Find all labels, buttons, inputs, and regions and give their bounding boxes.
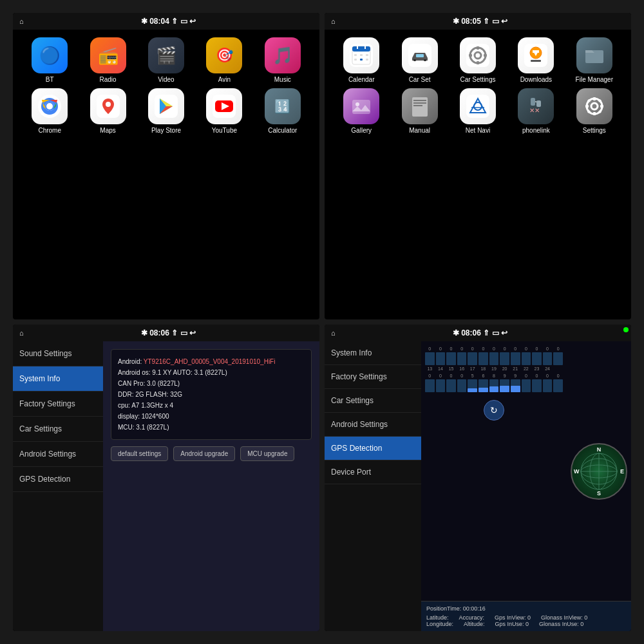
app-downloads[interactable]: Downloads bbox=[509, 37, 562, 83]
youtube-icon bbox=[206, 88, 242, 124]
home-icon-4: ⌂ bbox=[331, 329, 336, 337]
music-label: Music bbox=[274, 76, 291, 83]
sat-bar-11 bbox=[532, 352, 542, 365]
gallery-icon bbox=[343, 88, 379, 124]
screen-2-app-grid: ⌂ ✱ 08:05 ⇑ ▭ ↩ bbox=[325, 13, 631, 319]
app-playstore[interactable]: Play Store bbox=[140, 88, 193, 134]
sidebar-factory-settings[interactable]: Factory Settings bbox=[13, 392, 103, 417]
app-netnavi[interactable]: Net Navi bbox=[451, 88, 504, 134]
chrome-icon bbox=[32, 88, 68, 124]
netnavi-label: Net Navi bbox=[466, 127, 490, 134]
svg-point-39 bbox=[355, 102, 359, 106]
sat-bar-9 bbox=[511, 352, 520, 365]
sidebar-android-settings[interactable]: Android Settings bbox=[13, 442, 103, 467]
app-carset[interactable]: Car Set bbox=[393, 37, 446, 83]
android-upgrade-button[interactable]: Android upgrade bbox=[173, 446, 235, 461]
app-carsettings[interactable]: Car Settings bbox=[451, 37, 504, 83]
gps-sidebar-system-info[interactable]: System Info bbox=[325, 341, 421, 365]
display-value: display: 1024*600 bbox=[118, 411, 305, 422]
app-video[interactable]: 🎬 Video bbox=[140, 37, 193, 83]
svg-rect-29 bbox=[477, 61, 479, 64]
settings-buttons: default settings Android upgrade MCU upg… bbox=[111, 446, 312, 461]
sidebar-sound-settings[interactable]: Sound Settings bbox=[13, 341, 103, 366]
sat-bar-10 bbox=[522, 352, 531, 365]
avin-icon: 🎯 bbox=[206, 37, 242, 73]
app-calendar[interactable]: Calendar bbox=[335, 37, 388, 83]
app-bt[interactable]: 🔵 BT bbox=[23, 37, 76, 83]
app-gallery[interactable]: Gallery bbox=[335, 88, 388, 134]
nav-arrows-3: ⇑ bbox=[171, 328, 178, 337]
time-4: 08:06 bbox=[461, 328, 481, 337]
gps-sidebar-car-settings[interactable]: Car Settings bbox=[325, 389, 421, 413]
carsettings-icon bbox=[460, 37, 496, 73]
svg-rect-15 bbox=[354, 54, 357, 56]
default-settings-button[interactable]: default settings bbox=[111, 446, 168, 461]
compass-circle: W E N S bbox=[571, 443, 627, 500]
sat-bar-8 bbox=[500, 352, 509, 365]
app-calculator[interactable]: 🔢 Calculator bbox=[256, 88, 309, 134]
svg-point-5 bbox=[106, 102, 111, 107]
svg-rect-47 bbox=[531, 98, 535, 106]
gps-sidebar: System Info Factory Settings Car Setting… bbox=[325, 341, 421, 631]
glonass-inview: Glonass InView: 0 bbox=[541, 614, 587, 621]
music-icon: 🎵 bbox=[265, 37, 301, 73]
screen-4-gps: ⌂ ✱ 08:06 ⇑ ▭ ↩ System Info Factory Sett… bbox=[325, 325, 631, 631]
svg-rect-42 bbox=[413, 102, 426, 104]
svg-rect-55 bbox=[585, 105, 589, 108]
svg-rect-30 bbox=[469, 54, 472, 57]
manual-icon bbox=[402, 88, 438, 124]
status-bar-3: ⌂ ✱ 08:06 ⇑ ▭ ↩ bbox=[13, 325, 319, 341]
gps-accuracy: Accuracy: bbox=[459, 614, 485, 621]
sat-bar-3 bbox=[446, 352, 456, 365]
app-maps[interactable]: Maps bbox=[81, 88, 134, 134]
ddr-value: DDR: 2G FLASH: 32G bbox=[118, 389, 305, 400]
bluetooth-icon-1: ✱ bbox=[141, 17, 147, 26]
settings-content: Android: YT9216C_AHD_00005_V004_20191010… bbox=[103, 341, 319, 631]
bt-icon: 🔵 bbox=[32, 37, 68, 73]
gps-sidebar-android-settings[interactable]: Android Settings bbox=[325, 413, 421, 437]
app-avin[interactable]: 🎯 Avin bbox=[198, 37, 251, 83]
app-youtube[interactable]: YouTube bbox=[198, 88, 251, 134]
sidebar-gps-detection[interactable]: GPS Detection bbox=[13, 467, 103, 492]
home-icon-3: ⌂ bbox=[19, 329, 24, 337]
gps-latitude: Latitude: bbox=[426, 614, 449, 621]
gps-refresh-button[interactable]: ↻ bbox=[484, 400, 504, 421]
nav-arrows-1: ⇑ bbox=[171, 17, 178, 26]
app-chrome[interactable]: Chrome bbox=[23, 88, 76, 134]
maps-label: Maps bbox=[100, 127, 115, 134]
svg-rect-56 bbox=[600, 105, 603, 108]
settings-sidebar: Sound Settings System Info Factory Setti… bbox=[13, 341, 103, 631]
settings-layout: Sound Settings System Info Factory Setti… bbox=[13, 341, 319, 631]
sat-bar-5 bbox=[468, 352, 477, 365]
gps-sidebar-gps-detection[interactable]: GPS Detection bbox=[325, 437, 421, 460]
svg-rect-43 bbox=[413, 105, 422, 106]
svg-rect-17 bbox=[366, 54, 368, 56]
app-manual[interactable]: Manual bbox=[393, 88, 446, 134]
bluetooth-icon-2: ✱ bbox=[453, 17, 459, 26]
filemanager-icon bbox=[576, 37, 612, 73]
bluetooth-icon-3: ✱ bbox=[141, 328, 147, 337]
svg-rect-22 bbox=[413, 59, 416, 61]
sidebar-system-info[interactable]: System Info bbox=[13, 366, 103, 392]
app-filemanager[interactable]: File Manager bbox=[568, 37, 621, 83]
screen-3-settings: ⌂ ✱ 08:06 ⇑ ▭ ↩ Sound Settings System In… bbox=[13, 325, 319, 631]
sidebar-car-settings[interactable]: Car Settings bbox=[13, 417, 103, 442]
carset-icon bbox=[402, 37, 438, 73]
mcu-value: MCU: 3.1 (8227L) bbox=[118, 422, 305, 433]
window-icon-1: ▭ bbox=[180, 17, 187, 26]
gps-sidebar-device-port[interactable]: Device Port bbox=[325, 460, 421, 484]
video-label: Video bbox=[158, 76, 174, 83]
gps-sidebar-factory-settings[interactable]: Factory Settings bbox=[325, 365, 421, 389]
app-music[interactable]: 🎵 Music bbox=[256, 37, 309, 83]
altitude-label: Altitude: bbox=[464, 621, 485, 627]
mcu-upgrade-button[interactable]: MCU upgrade bbox=[240, 446, 294, 461]
gps-altitude: Altitude: bbox=[464, 621, 485, 627]
settings-icon bbox=[576, 88, 612, 124]
app-settings[interactable]: Settings bbox=[568, 88, 621, 134]
svg-rect-19 bbox=[360, 59, 363, 61]
svg-rect-20 bbox=[366, 59, 368, 61]
compass-west: W bbox=[574, 468, 580, 475]
app-radio[interactable]: 📻 Radio bbox=[81, 37, 134, 83]
app-phonelink[interactable]: ✕✕ phonelink bbox=[509, 88, 562, 134]
svg-rect-31 bbox=[484, 54, 487, 57]
